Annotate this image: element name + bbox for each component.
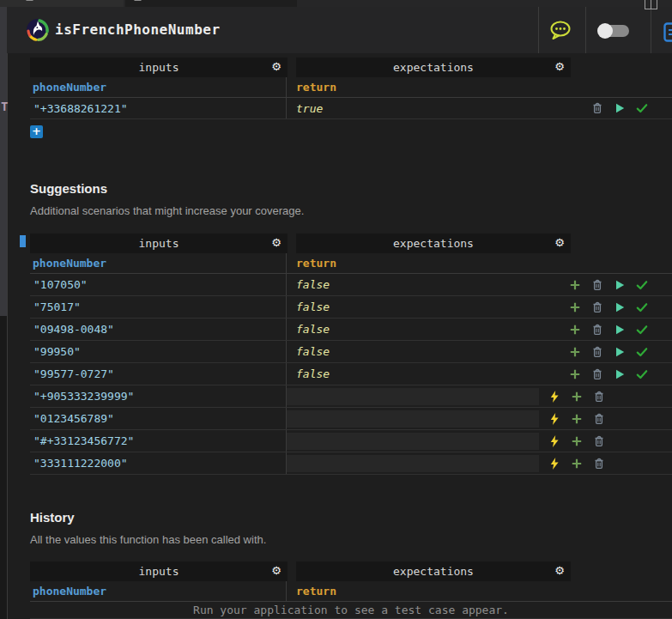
expectations-header-cell: expectations ⚙ <box>296 234 571 253</box>
page-title: isFrenchPhoneNumber <box>55 21 221 38</box>
accept-icon[interactable] <box>635 278 649 292</box>
suggestion-row: "333111222000" <box>30 452 672 475</box>
delete-icon[interactable] <box>592 412 606 426</box>
expected-value-empty-field[interactable] <box>287 388 539 405</box>
suggestion-row: "75017" false <box>30 296 672 319</box>
inputs-header-label: inputs <box>139 565 179 578</box>
return-label: return <box>286 253 336 273</box>
expected-value[interactable] <box>286 430 296 452</box>
run-icon[interactable] <box>613 101 627 115</box>
quick-fix-bolt-icon[interactable] <box>548 390 561 404</box>
add-icon[interactable] <box>570 412 584 426</box>
run-icon[interactable] <box>613 300 627 314</box>
history-table: inputs ⚙ expectations ⚙ phoneNumber retu… <box>30 561 672 619</box>
expectations-header-cell: expectations ⚙ <box>296 561 571 581</box>
delete-icon[interactable] <box>590 323 604 337</box>
input-value[interactable]: "99950" <box>30 345 286 358</box>
input-value[interactable]: "99577-0727" <box>30 367 286 380</box>
add-icon[interactable] <box>568 345 582 359</box>
add-icon[interactable] <box>570 457 584 470</box>
accept-icon[interactable] <box>635 300 649 314</box>
quick-fix-bolt-icon[interactable] <box>548 434 561 448</box>
input-value[interactable]: "+905333239999" <box>30 390 286 403</box>
expected-value[interactable]: false <box>286 274 330 295</box>
run-icon[interactable] <box>613 323 627 337</box>
run-icon[interactable] <box>613 345 627 359</box>
accept-icon[interactable] <box>635 345 649 359</box>
delete-icon[interactable] <box>592 390 606 404</box>
toggle-knob[interactable] <box>597 23 613 39</box>
close-icon[interactable]: × <box>282 0 288 3</box>
history-empty-message: Run your application to see a test case … <box>30 602 672 619</box>
expected-value-empty-field[interactable] <box>287 410 539 428</box>
gear-icon[interactable]: ⚙ <box>554 236 565 249</box>
delete-icon[interactable] <box>592 434 606 448</box>
expected-value[interactable]: false <box>286 363 330 385</box>
expected-value[interactable]: false <box>286 296 330 318</box>
delete-icon[interactable] <box>590 300 604 314</box>
header-divider <box>538 7 539 53</box>
add-icon[interactable] <box>568 300 582 314</box>
quick-fix-bolt-icon[interactable] <box>548 412 561 426</box>
settings-list-icon[interactable] <box>663 22 672 46</box>
tab-fullname[interactable]: fullName <box>17 0 124 7</box>
inputs-header-label: inputs <box>139 61 179 74</box>
history-description: All the values this function has been ca… <box>30 533 266 546</box>
tab-isfrenchphonenumber[interactable]: isFrenchPhoneNumber × <box>125 0 297 7</box>
expected-value-empty-field[interactable] <box>287 433 539 450</box>
tab-bar-spacer <box>0 0 17 7</box>
add-icon[interactable] <box>568 367 582 381</box>
panel-body: inputs ⚙ expectations ⚙ phoneNumber retu… <box>8 53 672 619</box>
input-value[interactable]: "09498-0048" <box>30 323 286 336</box>
expected-value[interactable] <box>286 385 296 407</box>
gear-icon[interactable]: ⚙ <box>554 60 565 73</box>
expected-value[interactable] <box>286 408 296 429</box>
run-icon[interactable] <box>613 367 627 381</box>
tab-label: isFrenchPhoneNumber <box>148 0 253 3</box>
input-value[interactable]: "0123456789" <box>30 412 286 425</box>
expectations-header-label: expectations <box>393 565 474 578</box>
add-icon[interactable] <box>568 278 582 292</box>
expected-value[interactable]: false <box>286 319 330 340</box>
add-icon[interactable] <box>570 390 584 404</box>
input-value[interactable]: "107050" <box>30 278 286 291</box>
delete-icon[interactable] <box>592 457 606 470</box>
input-value[interactable]: "#+33123456772" <box>30 434 286 447</box>
quick-fix-bolt-icon[interactable] <box>548 457 561 470</box>
gear-icon[interactable]: ⚙ <box>271 236 282 249</box>
accept-icon[interactable] <box>635 367 649 381</box>
delete-icon[interactable] <box>590 345 604 359</box>
editor-text-artifact: T <box>1 100 8 113</box>
accept-icon[interactable] <box>635 323 649 337</box>
feedback-chat-icon[interactable] <box>548 20 572 45</box>
delete-icon[interactable] <box>590 367 604 381</box>
expectations-header-label: expectations <box>393 237 474 250</box>
expected-value[interactable]: true <box>286 98 323 118</box>
run-icon[interactable] <box>613 278 627 292</box>
expected-value[interactable] <box>286 452 296 474</box>
delete-icon[interactable] <box>590 278 604 292</box>
return-label: return <box>286 581 336 601</box>
add-test-case-button[interactable]: + <box>30 125 43 138</box>
expected-value-empty-field[interactable] <box>287 455 539 472</box>
inputs-header-cell: inputs ⚙ <box>30 561 288 581</box>
mode-toggle[interactable] <box>599 25 629 37</box>
input-value[interactable]: "+33688261221" <box>30 102 286 115</box>
header-divider <box>585 7 586 53</box>
add-icon[interactable] <box>568 323 582 337</box>
split-editor-icon[interactable] <box>645 0 657 13</box>
gear-icon[interactable]: ⚙ <box>271 60 282 73</box>
accept-icon[interactable] <box>635 101 649 115</box>
param-label: phoneNumber <box>30 81 286 94</box>
test-row: "+33688261221" true <box>30 98 672 119</box>
header-divider <box>651 7 651 53</box>
gear-icon[interactable]: ⚙ <box>554 564 565 577</box>
editor-cursor-artifact <box>20 235 26 247</box>
return-label: return <box>286 77 336 97</box>
delete-icon[interactable] <box>590 101 604 115</box>
input-value[interactable]: "333111222000" <box>30 457 286 470</box>
expected-value[interactable]: false <box>286 341 330 362</box>
add-icon[interactable] <box>570 434 584 448</box>
gear-icon[interactable]: ⚙ <box>271 564 282 577</box>
input-value[interactable]: "75017" <box>30 300 286 313</box>
